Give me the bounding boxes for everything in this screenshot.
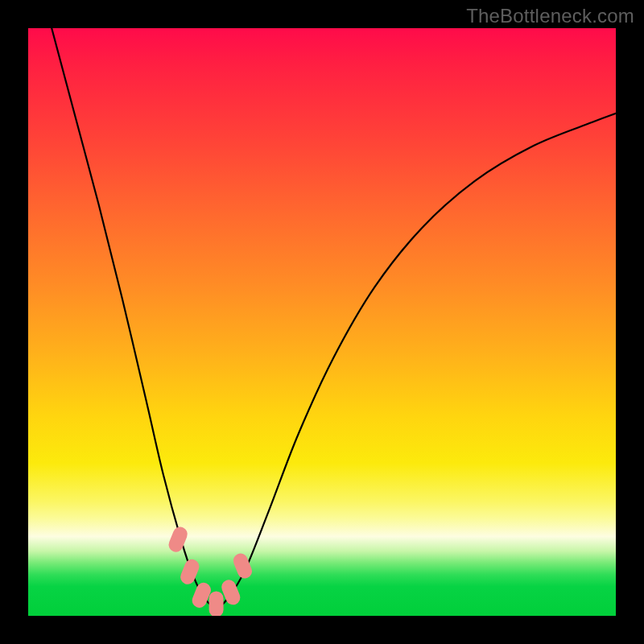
chart-frame: TheBottleneck.com: [0, 0, 644, 644]
curve-marker: [178, 557, 201, 586]
curve-marker: [167, 525, 190, 554]
curve-layer: [28, 28, 616, 616]
plot-area: [28, 28, 616, 616]
watermark-label: TheBottleneck.com: [466, 5, 634, 27]
curve-marker: [209, 591, 224, 616]
marker-group: [167, 525, 254, 616]
bottleneck-curve: [52, 28, 616, 607]
